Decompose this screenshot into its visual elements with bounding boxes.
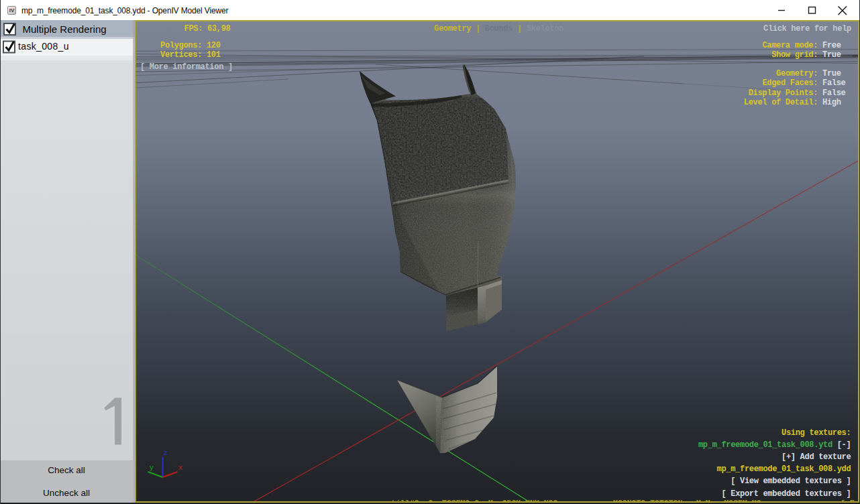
svg-text:x: x	[178, 463, 182, 471]
svg-text:y: y	[150, 463, 154, 471]
svg-text:z: z	[164, 448, 168, 456]
